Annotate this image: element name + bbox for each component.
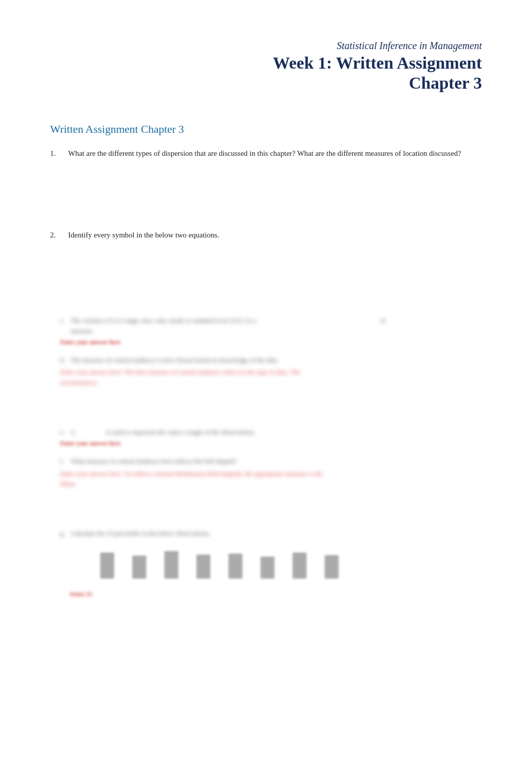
icon-bar-2 [132, 556, 146, 579]
answer-item-g: g. Calculate the 25 percentile in the be… [60, 529, 482, 539]
bullet-c: c. [60, 316, 69, 326]
spacer-3 [50, 397, 482, 427]
icon-bar-6 [260, 557, 275, 579]
bullet-d: d. [60, 355, 69, 366]
question-item-1: 1. What are the different types of dispe… [50, 148, 482, 159]
answer-text-e: A is used to represent the value a singl… [69, 427, 255, 438]
spacer-4 [50, 498, 482, 529]
icon-bar-1 [100, 553, 114, 579]
label-e: Enter your answer here [60, 440, 482, 447]
answer-block-e: e. A is used to represent the value a si… [50, 427, 482, 447]
section-title: Written Assignment Chapter 3 [50, 123, 482, 136]
header-chapter: Chapter 3 [50, 74, 482, 93]
question-1-text: What are the different types of dispersi… [68, 148, 482, 159]
icon-bar-4 [196, 555, 210, 579]
bullet-g: g. [60, 529, 69, 539]
answer-item-e: e. A is used to represent the value a si… [60, 427, 482, 438]
answer-red-d: Enter your answer here: The best measure… [60, 367, 482, 388]
question-2-number: 2. [50, 229, 68, 241]
answer-item-c: c. The variance (V) or range, max, min, … [60, 316, 482, 337]
question-1-number: 1. [50, 148, 68, 159]
answer-block-g: g. Calculate the 25 percentile in the be… [50, 529, 482, 598]
icon-bar-5 [228, 554, 242, 579]
answer-red-f: Enter your answer here: To reflect a nor… [60, 469, 482, 490]
header-title: Week 1: Written Assignment [50, 54, 482, 73]
answer-text-g: Calculate the 25 percentile in the below… [69, 529, 210, 539]
bullet-e: e. [60, 427, 69, 438]
icon-bar-7 [293, 553, 307, 579]
spacer-2 [50, 250, 482, 311]
header: Statistical Inference in Management Week… [50, 40, 482, 93]
answer-section-1: c. The variance (V) or range, max, min, … [50, 316, 482, 598]
page: Statistical Inference in Management Week… [0, 0, 532, 782]
spacer-1 [50, 169, 482, 229]
icon-row [60, 543, 482, 587]
answer-block-f: f. What measure of central tendency best… [50, 456, 482, 489]
label-c: Enter your answer here [60, 339, 482, 346]
answer-text-c: The variance (V) or range, max, min, mod… [69, 316, 385, 337]
answer-item-f: f. What measure of central tendency best… [60, 456, 482, 467]
answer-item-d: d. The measure of central tendency is be… [60, 355, 482, 366]
icon-bar-8 [325, 555, 339, 579]
question-list: 1. What are the different types of dispe… [50, 148, 482, 240]
answer-text-d: The measure of central tendency is best … [69, 355, 278, 366]
answer-text-f: What measure of central tendency best re… [69, 456, 236, 467]
header-subtitle: Statistical Inference in Management [50, 40, 482, 52]
question-item-2: 2. Identify every symbol in the below tw… [50, 229, 482, 241]
question-2-text: Identify every symbol in the below two e… [68, 229, 482, 241]
answer-block-d: d. The measure of central tendency is be… [50, 355, 482, 388]
bullet-f: f. [60, 456, 69, 467]
bottom-label: Enter 25 [60, 591, 482, 598]
answer-block-c: c. The variance (V) or range, max, min, … [50, 316, 482, 346]
icon-bar-3 [164, 551, 178, 579]
